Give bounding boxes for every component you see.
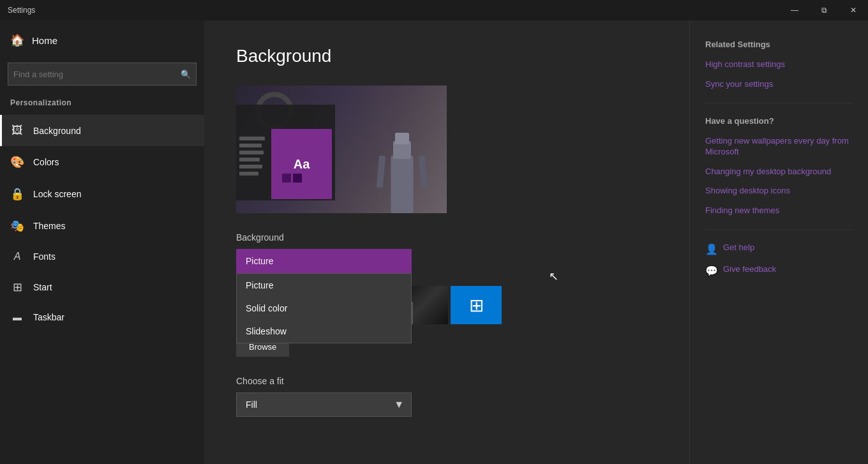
sidebar-item-lock-screen[interactable]: 🔒 Lock screen [0,178,204,210]
taskbar-icon: ▬ [10,312,24,322]
divider [705,229,853,230]
dropdown-item-solid-color[interactable]: Solid color [237,297,411,320]
dropdown-item-picture[interactable]: Picture [237,274,411,297]
sidebar-item-label: Fonts [33,251,56,262]
minimize-button[interactable]: — [780,0,809,20]
sidebar-item-taskbar[interactable]: ▬ Taskbar [0,303,204,331]
get-help-label[interactable]: Get help [723,243,754,253]
preview-line [239,137,265,140]
preview-line [239,144,262,147]
close-button[interactable]: ✕ [839,0,868,20]
sidebar-item-label: Colors [33,157,59,167]
maximize-button[interactable]: ⧉ [809,0,839,20]
dropdown-item-slideshow[interactable]: Slideshow [237,320,411,343]
sidebar-item-label: Lock screen [33,189,81,199]
dropdown-selected-value: Picture [246,256,274,266]
divider [705,103,853,103]
themes-icon: 🎭 [10,219,24,233]
sidebar-item-label: Start [33,282,52,292]
search-input[interactable] [13,70,181,79]
get-help-item[interactable]: 👤 Get help [705,243,853,255]
preview-line [239,165,262,168]
background-section-label: Background [236,232,657,243]
windows-logo: ⊞ [469,295,484,316]
wallpapers-link[interactable]: Getting new wallpapers every day from Mi… [705,136,853,158]
preview-line [239,172,258,176]
dropdown-selected[interactable]: Picture [236,249,412,273]
home-label: Home [32,35,57,46]
preview-line [239,158,260,161]
start-icon: ⊞ [10,280,24,294]
titlebar: Settings — ⧉ ✕ [0,0,868,20]
main-content: Background [204,20,689,464]
background-dropdown[interactable]: Picture Picture Solid color Slideshow [236,249,412,273]
desktop-icons-link[interactable]: Showing desktop icons [705,186,853,197]
sidebar-item-colors[interactable]: 🎨 Colors [0,146,204,178]
home-nav-item[interactable]: 🏠 Home [0,20,204,60]
preview-accent-bar [271,174,302,183]
give-feedback-icon: 💬 [705,265,718,277]
lock-icon: 🔒 [10,187,24,201]
background-icon: 🖼 [10,124,24,137]
personalization-label: Personalization [0,93,204,115]
have-a-question-title: Have a question? [705,116,853,126]
sidebar-item-themes[interactable]: 🎭 Themes [0,210,204,242]
sidebar-item-start[interactable]: ⊞ Start [0,271,204,303]
thumbnail-5[interactable]: ⊞ [451,286,502,324]
give-feedback-label[interactable]: Give feedback [723,264,776,275]
preview-line [239,151,264,154]
give-feedback-item[interactable]: 💬 Give feedback [705,264,853,277]
search-box[interactable]: 🔍 [8,63,197,86]
sidebar: 🏠 Home 🔍 Personalization 🖼 Background 🎨 … [0,20,204,464]
dropdown-menu: Picture Solid color Slideshow [236,273,412,343]
preview-sidebar [239,137,265,176]
sync-settings-link[interactable]: Sync your settings [705,79,853,90]
fit-select[interactable]: Fill Fit Stretch Tile Center Span [236,393,412,417]
fit-dropdown-wrapper[interactable]: Fill Fit Stretch Tile Center Span ▼ [236,393,412,417]
fonts-icon: A [10,251,24,262]
accent-square [282,174,291,183]
sidebar-item-label: Taskbar [33,312,64,322]
sidebar-item-background[interactable]: 🖼 Background [0,115,204,146]
search-icon: 🔍 [181,70,191,79]
wallpaper-preview: Aa [236,86,447,213]
get-help-icon: 👤 [705,243,718,255]
cursor-indicator: ↖ [549,269,558,283]
colors-icon: 🎨 [10,155,24,169]
page-title: Background [236,46,657,66]
app-body: 🏠 Home 🔍 Personalization 🖼 Background 🎨 … [0,20,868,464]
preview-content-box: Aa [271,129,332,199]
change-background-link[interactable]: Changing my desktop background [705,167,853,177]
preview-aa-text: Aa [294,157,310,172]
sidebar-item-label: Themes [33,221,66,231]
right-panel: Related Settings High contrast settings … [689,20,868,464]
home-icon: 🏠 [10,33,24,47]
finding-themes-link[interactable]: Finding new themes [705,206,853,216]
preview-window: Aa [236,105,335,200]
high-contrast-link[interactable]: High contrast settings [705,59,853,70]
app-title: Settings [8,6,35,15]
choose-fit-label: Choose a fit [236,376,657,386]
sidebar-item-fonts[interactable]: A Fonts [0,242,204,271]
window-controls: — ⧉ ✕ [780,0,868,20]
accent-square [271,174,280,183]
accent-square [293,174,302,183]
related-settings-title: Related Settings [705,40,853,49]
sidebar-item-label: Background [33,126,81,136]
